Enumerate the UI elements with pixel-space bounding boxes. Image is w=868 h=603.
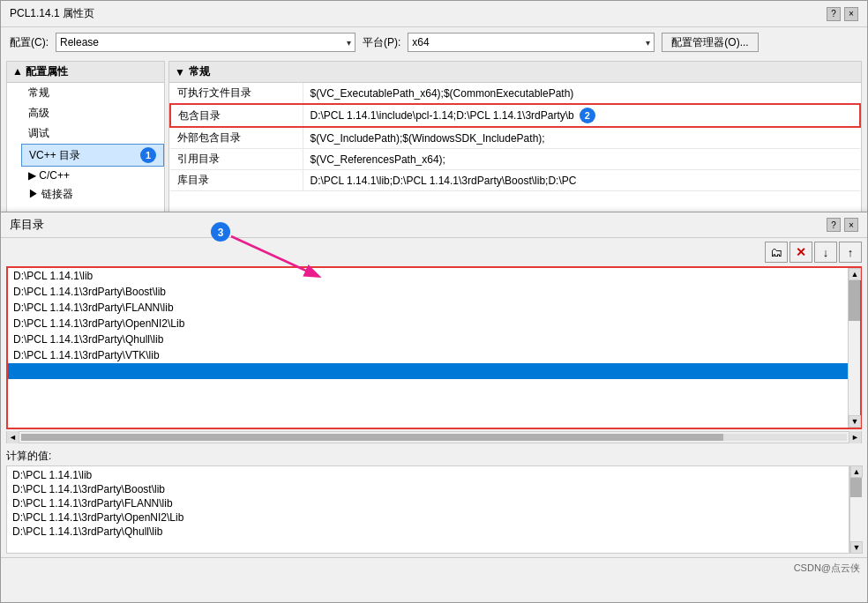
list-item-3[interactable]: D:\PCL 1.14.1\3rdParty\OpenNI2\Lib [8,316,848,331]
platform-value: x64 [412,36,429,48]
list-item-4[interactable]: D:\PCL 1.14.1\3rdParty\Qhull\lib [8,331,848,347]
bottom-dialog: 库目录 ? × 🗂 ✕ ↓ ↑ D:\PCL 1.14.1\lib D:\PCL… [0,212,868,603]
computed-item-3: D:\PCL 1.14.1\3rdParty\OpenNI2\Lib [11,510,845,525]
list-editor-container: D:\PCL 1.14.1\lib D:\PCL 1.14.1\3rdParty… [6,266,862,429]
prop-label-include: 包含目录 [170,104,303,127]
sh-left-btn[interactable]: ◄ [7,431,19,443]
down-icon: ↓ [823,246,829,259]
csv-thumb [850,478,862,497]
close-button[interactable]: × [844,7,858,21]
bottom-dialog-title: 库目录 [10,217,44,233]
tree-item-cpp[interactable]: ▶ C/C++ [21,167,164,184]
platform-select[interactable]: x64 ▾ [408,33,655,52]
prop-row-reference[interactable]: 引用目录 $(VC_ReferencesPath_x64); [170,149,860,170]
footer-text: CSDN@点云侠 [794,562,860,573]
prop-value-include: D:\PCL 1.14.1\include\pcl-1.14;D:\PCL 1.… [303,105,860,126]
left-panel-header: ▲ 配置属性 [7,62,164,83]
toolbar-down-btn[interactable]: ↓ [814,242,837,263]
list-item-2[interactable]: D:\PCL 1.14.1\3rdParty\FLANN\lib [8,300,848,316]
tree-item-vcdirs-label: VC++ 目录 [29,148,80,163]
prop-label-external: 外部包含目录 [170,127,303,149]
prop-label-executable: 可执行文件目录 [170,83,303,104]
left-panel: ▲ 配置属性 常规 高级 调试 VC++ 目录 1 ▶ C/C++ ▶ 链接器 [6,61,165,226]
badge-2: 2 [580,108,595,123]
computed-item-1: D:\PCL 1.14.1\3rdParty\Boost\lib [11,482,845,496]
bottom-titlebar: 库目录 ? × [1,212,867,238]
prop-value-reference: $(VC_ReferencesPath_x64); [303,149,860,170]
list-scrollbar-v[interactable]: ▲ ▼ [848,268,860,428]
toolbar-up-btn[interactable]: ↑ [839,242,862,263]
csv-up-btn[interactable]: ▲ [850,465,863,478]
question-button[interactable]: ? [827,7,841,21]
computed-section: 计算的值: D:\PCL 1.14.1\lib D:\PCL 1.14.1\3r… [1,445,867,555]
config-value: Release [60,36,99,48]
tree-item-cpp-label: ▶ C/C++ [28,169,70,182]
sv-down-btn[interactable]: ▼ [849,415,861,428]
prop-value-external: $(VC_IncludePath);$(WindowsSDK_IncludePa… [303,127,860,149]
sv-up-btn[interactable]: ▲ [849,268,861,280]
prop-value-lib: D:\PCL 1.14.1\lib;D:\PCL 1.14.1\3rdParty… [303,170,860,191]
sh-thumb [21,434,723,441]
config-row: 配置(C): Release ▾ 平台(P): x64 ▾ 配置管理器(O)..… [1,27,867,57]
prop-row-include[interactable]: 包含目录 D:\PCL 1.14.1\include\pcl-1.14;D:\P… [170,104,860,127]
list-item-6[interactable] [8,363,848,379]
sh-track [21,434,847,441]
list-content: D:\PCL 1.14.1\lib D:\PCL 1.14.1\3rdParty… [8,268,848,428]
right-panel-title: 常规 [189,64,210,79]
tree-item-general-label: 常规 [28,86,49,100]
tree-item-advanced-label: 高级 [28,106,49,121]
toolbar-delete-btn[interactable]: ✕ [789,242,812,263]
tree-item-linker[interactable]: ▶ 链接器 [21,184,164,205]
list-item-0[interactable]: D:\PCL 1.14.1\lib [8,268,848,284]
tree-item-linker-label: ▶ 链接器 [28,187,73,202]
collapse-icon: ▼ [175,66,185,78]
top-dialog: PCL1.14.1 属性页 ? × 配置(C): Release ▾ 平台(P)… [0,0,868,229]
main-content-area: ▲ 配置属性 常规 高级 调试 VC++ 目录 1 ▶ C/C++ ▶ 链接器 [1,57,867,229]
prop-label-lib: 库目录 [170,170,303,191]
computed-scrollbar-v[interactable]: ▲ ▼ [849,465,862,554]
csv-down-btn[interactable]: ▼ [850,541,863,554]
badge-1: 1 [140,147,156,163]
prop-row-external[interactable]: 外部包含目录 $(VC_IncludePath);$(WindowsSDK_In… [170,127,860,149]
sv-thumb [849,280,860,321]
manage-button[interactable]: 配置管理器(O)... [662,33,758,52]
config-arrow-icon: ▾ [347,38,351,48]
config-select[interactable]: Release ▾ [56,33,355,52]
tree-item-vcdirs[interactable]: VC++ 目录 1 [21,144,164,167]
list-item-1[interactable]: D:\PCL 1.14.1\3rdParty\Boost\lib [8,284,848,300]
right-panel-header: ▼ 常规 [169,62,861,83]
computed-item-2: D:\PCL 1.14.1\3rdParty\FLANN\lib [11,496,845,510]
config-label: 配置(C): [10,35,49,50]
top-title-controls: ? × [827,7,858,21]
right-panel: ▼ 常规 可执行文件目录 $(VC_ExecutablePath_x64);$(… [168,61,862,226]
bottom-toolbar: 🗂 ✕ ↓ ↑ [1,238,867,266]
list-scrollbar-h[interactable]: ◄ ► [6,431,862,443]
sh-right-btn[interactable]: ► [849,431,861,443]
prop-label-reference: 引用目录 [170,149,303,170]
bottom-question-button[interactable]: ? [827,218,841,232]
toolbar-folder-btn[interactable]: 🗂 [765,242,788,263]
computed-item-0: D:\PCL 1.14.1\lib [11,468,845,482]
bottom-title-controls: ? × [827,218,858,232]
platform-arrow-icon: ▾ [646,38,650,48]
sv-track [849,280,860,415]
tree-item-debug[interactable]: 调试 [21,123,164,144]
tree-item-general[interactable]: 常规 [21,83,164,103]
tree-item-debug-label: 调试 [28,126,49,141]
top-dialog-title: PCL1.14.1 属性页 [10,6,94,21]
delete-icon: ✕ [796,245,806,259]
computed-box-container: D:\PCL 1.14.1\lib D:\PCL 1.14.1\3rdParty… [6,465,862,554]
left-panel-title: ▲ 配置属性 [12,64,68,79]
bottom-footer: CSDN@点云侠 [1,557,867,578]
up-icon: ↑ [848,246,854,259]
top-titlebar: PCL1.14.1 属性页 ? × [1,1,867,27]
prop-row-lib[interactable]: 库目录 D:\PCL 1.14.1\lib;D:\PCL 1.14.1\3rdP… [170,170,860,191]
list-editor: D:\PCL 1.14.1\lib D:\PCL 1.14.1\3rdParty… [6,266,862,429]
list-item-5[interactable]: D:\PCL 1.14.1\3rdParty\VTK\lib [8,347,848,363]
tree-item-advanced[interactable]: 高级 [21,103,164,123]
prop-row-executable[interactable]: 可执行文件目录 $(VC_ExecutablePath_x64);$(Commo… [170,83,860,104]
computed-box: D:\PCL 1.14.1\lib D:\PCL 1.14.1\3rdParty… [6,465,849,554]
prop-value-executable: $(VC_ExecutablePath_x64);$(CommonExecuta… [303,83,860,104]
computed-item-4: D:\PCL 1.14.1\3rdParty\Qhull\lib [11,525,845,539]
bottom-close-button[interactable]: × [844,218,858,232]
